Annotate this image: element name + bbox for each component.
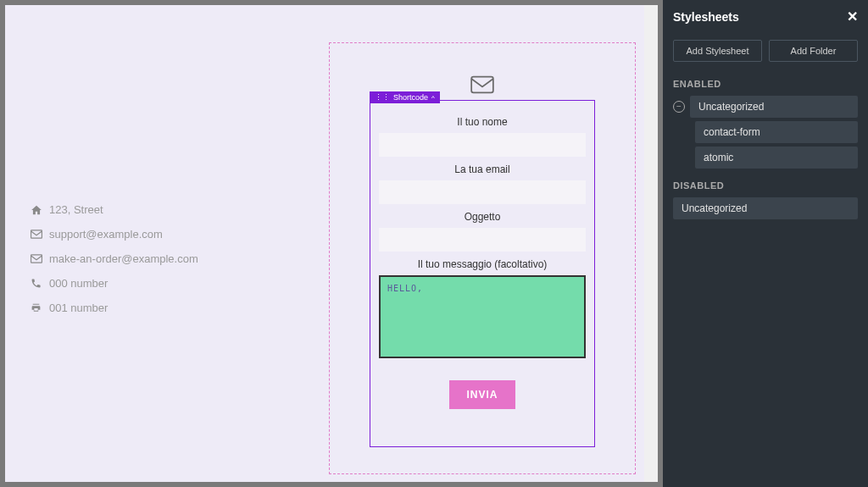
contact-info-block: 123, Street support@example.com make-an-…: [31, 203, 310, 326]
close-icon[interactable]: ✕: [847, 8, 858, 25]
contact-order-email: make-an-order@example.com: [49, 252, 198, 265]
collapse-icon[interactable]: −: [673, 101, 685, 113]
canvas-scrollbar[interactable]: [644, 5, 658, 482]
stylesheet-item[interactable]: contact-form: [695, 121, 858, 143]
email-label: La tua email: [370, 163, 594, 175]
editor-canvas: 123, Street support@example.com make-an-…: [5, 5, 658, 482]
envelope-icon: [31, 230, 49, 239]
contact-address: 123, Street: [49, 203, 103, 216]
enabled-folder-row[interactable]: − Uncategorized: [673, 96, 858, 118]
stylesheet-item[interactable]: atomic: [695, 147, 858, 169]
add-stylesheet-button[interactable]: Add Stylesheet: [673, 40, 762, 62]
submit-button[interactable]: INVIA: [449, 380, 515, 409]
name-input[interactable]: [379, 133, 586, 157]
add-folder-button[interactable]: Add Folder: [769, 40, 858, 62]
contact-fax-row: 001 number: [31, 302, 310, 314]
enabled-folder[interactable]: Uncategorized: [690, 96, 858, 118]
email-input[interactable]: [379, 180, 586, 204]
contact-support-email: support@example.com: [49, 228, 163, 241]
fax-icon: [31, 302, 49, 313]
name-label: Il tuo nome: [370, 116, 594, 128]
envelope-icon: [31, 254, 49, 263]
disabled-folder[interactable]: Uncategorized: [673, 197, 858, 219]
contact-form-element[interactable]: Il tuo nome La tua email Oggetto Il tuo …: [370, 100, 595, 447]
contact-phone: 000 number: [49, 277, 108, 290]
svg-rect-2: [471, 77, 493, 93]
contact-order-row: make-an-order@example.com: [31, 252, 310, 265]
contact-fax: 001 number: [49, 302, 108, 314]
panel-title: Stylesheets: [673, 10, 739, 24]
disabled-section-label: DISABLED: [673, 180, 858, 191]
phone-icon: [31, 278, 49, 289]
message-label: Il tuo messaggio (facoltativo): [370, 258, 594, 270]
contact-phone-row: 000 number: [31, 277, 310, 290]
contact-address-row: 123, Street: [31, 203, 310, 216]
stylesheets-panel: Stylesheets ✕ Add Stylesheet Add Folder …: [663, 0, 868, 487]
subject-label: Oggetto: [370, 211, 594, 223]
enabled-section-label: ENABLED: [673, 79, 858, 89]
subject-input[interactable]: [379, 228, 586, 252]
home-icon: [31, 204, 49, 216]
svg-rect-1: [31, 255, 42, 263]
message-textarea[interactable]: [379, 275, 586, 358]
contact-support-row: support@example.com: [31, 228, 310, 241]
svg-rect-0: [31, 230, 42, 238]
